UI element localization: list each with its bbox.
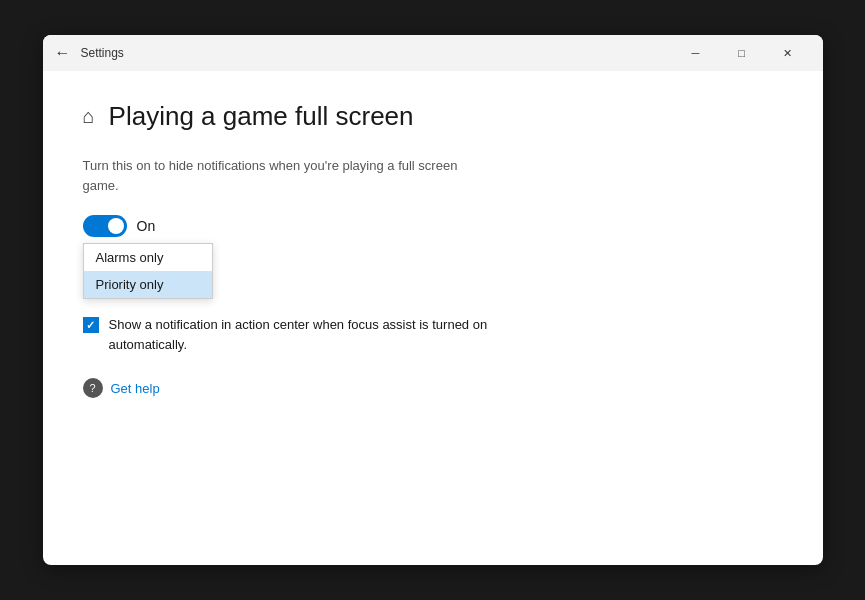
page-description: Turn this on to hide notifications when … [83, 156, 463, 195]
close-button[interactable]: ✕ [765, 35, 811, 71]
maximize-button[interactable]: □ [719, 35, 765, 71]
focus-assist-toggle[interactable] [83, 215, 127, 237]
dropdown-container: Alarms only Priority only [83, 243, 783, 299]
help-icon: ? [83, 378, 103, 398]
window-controls: ─ □ ✕ [673, 35, 811, 71]
page-header: ⌂ Playing a game full screen [83, 101, 783, 132]
checkbox-row: ✓ Show a notification in action center w… [83, 315, 503, 354]
notification-checkbox[interactable]: ✓ [83, 317, 99, 333]
settings-window: ← Settings ─ □ ✕ ⌂ Playing a game full s… [43, 35, 823, 565]
dropdown-item-alarms-only[interactable]: Alarms only [84, 244, 212, 271]
titlebar: ← Settings ─ □ ✕ [43, 35, 823, 71]
toggle-row: On [83, 215, 783, 237]
minimize-button[interactable]: ─ [673, 35, 719, 71]
page-title: Playing a game full screen [109, 101, 414, 132]
checkbox-check-icon: ✓ [86, 319, 95, 332]
toggle-label: On [137, 218, 156, 234]
content-area: ⌂ Playing a game full screen Turn this o… [43, 71, 823, 565]
help-row: ? Get help [83, 378, 783, 398]
dropdown-item-priority-only[interactable]: Priority only [84, 271, 212, 298]
checkbox-label: Show a notification in action center whe… [109, 315, 503, 354]
dropdown-menu: Alarms only Priority only [83, 243, 213, 299]
back-button[interactable]: ← [55, 44, 71, 62]
home-icon: ⌂ [83, 105, 95, 128]
get-help-link[interactable]: Get help [111, 381, 160, 396]
window-title: Settings [81, 46, 673, 60]
